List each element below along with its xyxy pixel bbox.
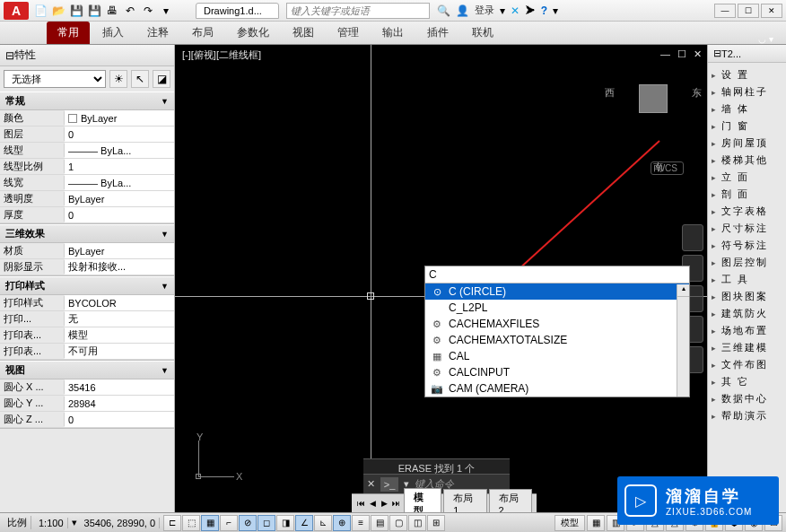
otrack-icon[interactable]: ∠ xyxy=(295,515,313,531)
tree-item-layer[interactable]: ▸图层控制 xyxy=(710,254,784,271)
prop-value-material[interactable]: ByLayer xyxy=(65,243,174,258)
tree-item-dimension[interactable]: ▸尺寸标注 xyxy=(710,220,784,237)
tab-insert[interactable]: 插入 xyxy=(92,22,135,44)
saveas-icon[interactable]: 💾 xyxy=(86,3,102,19)
tab-last-icon[interactable]: ⏭ xyxy=(390,497,402,510)
prop-value-centerz[interactable]: 0 xyxy=(65,412,174,427)
suggest-scrollbar[interactable]: ▴ xyxy=(677,284,689,397)
osnap-icon[interactable]: ◻ xyxy=(258,515,275,531)
tree-item-elevation[interactable]: ▸立 面 xyxy=(710,169,784,186)
tree-item-wall[interactable]: ▸墙 体 xyxy=(710,100,784,118)
prop-value-ltscale[interactable]: 1 xyxy=(65,159,174,174)
lwt-icon[interactable]: ≡ xyxy=(352,515,370,531)
tree-item-section[interactable]: ▸剖 面 xyxy=(710,186,784,203)
tab-parametric[interactable]: 参数化 xyxy=(226,22,280,44)
compass-east[interactable]: 东 xyxy=(692,86,702,100)
suggest-item-circle[interactable]: ⊙C (CIRCLE) xyxy=(425,283,689,300)
prop-value[interactable]: 模型 xyxy=(65,327,174,343)
tab-manage[interactable]: 管理 xyxy=(327,22,370,44)
minimize-button[interactable]: — xyxy=(714,4,736,18)
tab-next-icon[interactable]: ▶ xyxy=(379,497,390,510)
tree-item-data[interactable]: ▸数据中心 xyxy=(710,390,784,407)
document-tab[interactable]: Drawing1.d... xyxy=(196,3,279,19)
tab-first-icon[interactable]: ⏮ xyxy=(355,497,367,510)
section-plot[interactable]: 打印样式▼ xyxy=(0,276,174,295)
model-space-button[interactable]: 模型 xyxy=(555,515,585,531)
prop-value-transparency[interactable]: ByLayer xyxy=(65,191,174,206)
prop-value-layer[interactable]: 0 xyxy=(65,126,174,142)
nav-wheel-icon[interactable] xyxy=(682,224,703,251)
coords[interactable]: 35406, 28990, 0 xyxy=(81,518,161,528)
tree-item-text[interactable]: ▸文字表格 xyxy=(710,203,784,220)
qat-dropdown-icon[interactable]: ▾ xyxy=(158,3,174,19)
panel-pin-icon[interactable]: ⊟ xyxy=(5,49,14,62)
signin-icon[interactable]: 👤 xyxy=(456,4,469,17)
3dosnap-icon[interactable]: ◨ xyxy=(276,515,294,531)
open-icon[interactable]: 📂 xyxy=(50,3,66,19)
tree-item-settings[interactable]: ▸设 置 xyxy=(710,66,784,83)
prop-value-lineweight[interactable]: ——— ByLa... xyxy=(65,175,174,190)
cmdline-close-icon[interactable]: ✕ xyxy=(367,478,375,490)
new-icon[interactable]: 📄 xyxy=(32,3,48,19)
prop-value-shadow[interactable]: 投射和接收... xyxy=(65,259,174,275)
social-icon[interactable]: ⮞ xyxy=(525,4,536,17)
qp-icon[interactable]: ▢ xyxy=(389,515,407,531)
tree-item-door[interactable]: ▸门 窗 xyxy=(710,118,784,135)
sc-icon[interactable]: ◫ xyxy=(408,515,426,531)
search-icon[interactable]: 🔍 xyxy=(437,4,450,17)
tab-annotate[interactable]: 注释 xyxy=(136,22,179,44)
help-icon[interactable]: ? xyxy=(541,4,547,17)
tab-layout[interactable]: 布局 xyxy=(181,22,224,44)
view-restore-icon[interactable]: ☐ xyxy=(677,48,686,60)
command-input[interactable] xyxy=(429,268,456,281)
infer-constraints-icon[interactable]: ⊏ xyxy=(163,515,181,531)
select-objects-icon[interactable]: ↖ xyxy=(131,70,149,88)
scale-value[interactable]: 1:100 xyxy=(35,518,68,528)
redo-icon[interactable]: ↷ xyxy=(140,3,156,19)
suggest-item[interactable]: ▦CAL xyxy=(425,348,689,364)
help-dropdown-icon[interactable]: ▾ xyxy=(553,4,558,17)
suggest-item[interactable]: ⚙CACHEMAXFILES xyxy=(425,316,689,332)
view-label[interactable]: [-][俯视][二维线框] xyxy=(182,48,261,62)
prop-value-centerx[interactable]: 35416 xyxy=(65,379,174,395)
suggest-item[interactable]: ⚙CALCINPUT xyxy=(425,364,689,380)
ribbon-collapse-icon[interactable]: ◡ ▾ xyxy=(753,34,779,44)
view-close-icon[interactable]: ✕ xyxy=(694,48,702,60)
print-icon[interactable]: 🖶 xyxy=(104,3,120,19)
scale-dropdown-icon[interactable]: ▾ xyxy=(72,517,77,528)
section-view[interactable]: 视图▼ xyxy=(0,361,174,379)
tree-item-other[interactable]: ▸其 它 xyxy=(710,373,784,390)
suggest-item[interactable]: C_L2PL xyxy=(425,300,689,316)
tab-plugins[interactable]: 插件 xyxy=(416,22,459,44)
prop-value-color[interactable]: ByLayer xyxy=(65,110,174,126)
grid-icon[interactable]: ▦ xyxy=(201,515,219,531)
tree-item-3dmodel[interactable]: ▸三维建模 xyxy=(710,339,784,356)
ortho-icon[interactable]: ⌐ xyxy=(220,515,238,531)
close-button[interactable]: ✕ xyxy=(761,4,782,18)
viewcube[interactable]: 北 南 东 西 xyxy=(617,63,689,135)
compass-west[interactable]: 西 xyxy=(605,86,615,100)
tree-item-fire[interactable]: ▸建筑防火 xyxy=(710,305,784,322)
toggle-pickset-icon[interactable]: ◪ xyxy=(153,70,170,88)
prop-value[interactable]: BYCOLOR xyxy=(65,295,174,310)
tab-view[interactable]: 视图 xyxy=(282,22,325,44)
undo-icon[interactable]: ↶ xyxy=(122,3,138,19)
save-icon[interactable]: 💾 xyxy=(68,3,84,19)
section-3d[interactable]: 三维效果▼ xyxy=(0,224,174,243)
tree-item-tools[interactable]: ▸工 具 xyxy=(710,271,784,288)
tree-item-help[interactable]: ▸帮助演示 xyxy=(710,407,784,424)
qview-layouts-icon[interactable]: ▦ xyxy=(587,515,605,531)
section-general[interactable]: 常规▼ xyxy=(0,92,174,110)
tree-item-stair[interactable]: ▸楼梯其他 xyxy=(710,152,784,169)
wcs-label[interactable]: WCS xyxy=(651,161,684,175)
prop-value[interactable]: 无 xyxy=(65,311,174,327)
am-icon[interactable]: ⊞ xyxy=(427,515,445,531)
tab-prev-icon[interactable]: ◀ xyxy=(367,497,379,510)
app-logo[interactable]: A xyxy=(4,2,29,20)
tree-item-site[interactable]: ▸场地布置 xyxy=(710,322,784,339)
tree-item-symbol[interactable]: ▸符号标注 xyxy=(710,237,784,254)
prop-value[interactable]: 不可用 xyxy=(65,344,174,359)
tree-item-block[interactable]: ▸图块图案 xyxy=(710,288,784,305)
tab-online[interactable]: 联机 xyxy=(461,22,504,44)
selection-dropdown[interactable]: 无选择 xyxy=(4,70,106,88)
